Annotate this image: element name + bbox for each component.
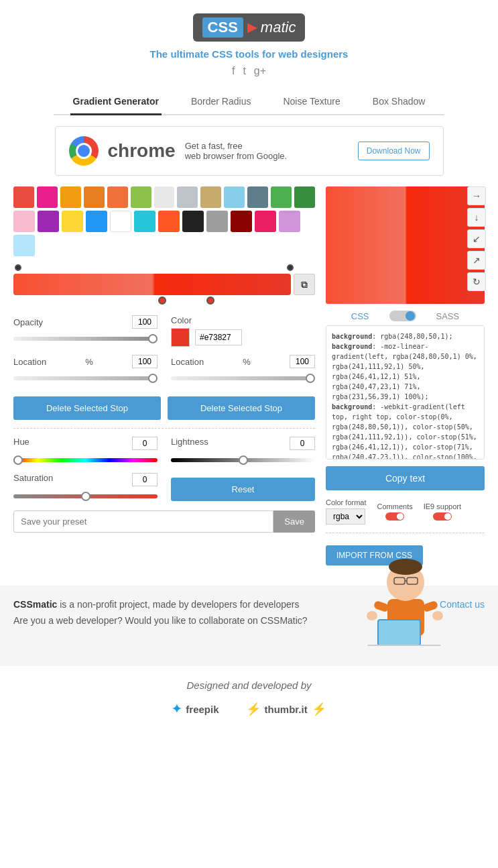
swatch[interactable] (279, 211, 300, 232)
swatch[interactable] (231, 211, 252, 232)
lightness-control: Lightness (171, 437, 315, 465)
direction-down-button[interactable]: ↓ (467, 208, 486, 227)
lightness-slider[interactable] (171, 458, 315, 462)
facebook-icon[interactable]: f (232, 65, 235, 77)
swatch[interactable] (13, 186, 34, 208)
direction-angle-button[interactable]: ↗ (467, 251, 486, 270)
logo-arrow-icon: ▶ (247, 20, 257, 35)
comments-toggle[interactable] (385, 512, 404, 521)
ad-description: Get a fast, free web browser from Google… (185, 141, 287, 161)
delete-stop-button-left[interactable]: Delete Selected Stop (13, 396, 161, 420)
direction-diagonal-button[interactable]: ↙ (467, 229, 486, 248)
opacity-value-input[interactable] (132, 315, 158, 329)
location-value-left[interactable] (132, 355, 158, 368)
location-slider-right[interactable] (171, 376, 315, 380)
swatch[interactable] (271, 186, 292, 208)
reset-button[interactable]: Reset (171, 478, 315, 501)
css-sass-toggle[interactable] (389, 311, 416, 321)
lightness-label: Lightness (171, 437, 315, 450)
tab-css[interactable]: CSS (351, 311, 369, 321)
stop-dot-right[interactable] (287, 264, 294, 271)
swatch[interactable] (38, 211, 59, 232)
swatch[interactable] (247, 186, 268, 208)
swatch[interactable] (154, 186, 175, 208)
contact-us-link[interactable]: Contact us (440, 599, 485, 610)
swatch[interactable] (13, 211, 35, 232)
swatch[interactable] (107, 186, 128, 208)
delete-stop-button-right[interactable]: Delete Selected Stop (168, 396, 315, 420)
swatch[interactable] (60, 186, 81, 208)
tab-gradient-generator[interactable]: Gradient Generator (70, 91, 162, 115)
tab-nav: Gradient Generator Border Radius Noise T… (0, 91, 498, 115)
saturation-label: Saturation (13, 473, 158, 486)
color-label: Color (171, 315, 315, 325)
color-preview-swatch[interactable] (171, 328, 190, 347)
copy-gradient-button[interactable]: ⧉ (294, 274, 315, 295)
color-swatches (13, 186, 315, 256)
swatch[interactable] (110, 211, 131, 232)
gradient-bar[interactable] (13, 274, 291, 295)
color-display (171, 328, 315, 347)
direction-right-button[interactable]: → (467, 186, 486, 205)
swatch[interactable] (62, 211, 83, 232)
swatch[interactable] (177, 186, 198, 208)
location-slider-left[interactable] (13, 376, 158, 380)
download-now-button[interactable]: Download Now (358, 142, 430, 160)
save-preset-button[interactable]: Save (273, 510, 315, 533)
left-panel: ⧉ Opacity Color (13, 186, 315, 565)
saturation-slider[interactable] (13, 494, 158, 498)
swatch[interactable] (158, 211, 180, 232)
gradient-stop-dots (13, 263, 315, 272)
gradient-handles (13, 296, 315, 307)
save-preset-input[interactable] (13, 510, 273, 533)
swatch-row-1 (13, 186, 315, 208)
ie9-toggle[interactable] (433, 512, 452, 521)
swatch[interactable] (134, 211, 155, 232)
stop-dot-left[interactable] (15, 264, 21, 271)
swatch[interactable] (84, 186, 105, 208)
swatch[interactable] (206, 211, 228, 232)
reset-container: Reset (171, 473, 315, 501)
tab-box-shadow[interactable]: Box Shadow (370, 91, 428, 115)
swatch[interactable] (13, 235, 35, 256)
saturation-value-input[interactable] (132, 473, 158, 486)
delete-buttons-row: Delete Selected Stop Delete Selected Sto… (13, 391, 315, 420)
copy-text-button[interactable]: Copy text (326, 466, 485, 490)
direction-rotate-button[interactable]: ↻ (467, 272, 486, 291)
lightness-value-input[interactable] (290, 437, 315, 450)
color-format-select[interactable]: rgba (326, 508, 365, 525)
gradient-handle-right[interactable] (206, 296, 214, 305)
location-row: Location % Location % (13, 355, 315, 383)
logo-matic: matic (261, 19, 296, 36)
freepik-icon: ✦ (172, 702, 182, 716)
hue-slider[interactable] (13, 458, 158, 462)
swatch[interactable] (131, 186, 151, 208)
tab-border-radius[interactable]: Border Radius (188, 91, 254, 115)
opacity-slider[interactable] (13, 337, 158, 341)
header: CSS ▶ matic The ultimate CSS tools for w… (0, 0, 498, 91)
twitter-icon[interactable]: t (243, 65, 245, 77)
swatch[interactable] (37, 186, 58, 208)
thumbr-logo[interactable]: ⚡ thumbr.it ⚡ (246, 702, 326, 716)
css-prop-2: background (332, 343, 372, 350)
svg-point-8 (367, 611, 377, 620)
swatch[interactable] (224, 186, 245, 208)
location-value-right[interactable] (290, 355, 315, 368)
swatch[interactable] (255, 211, 276, 232)
swatch[interactable] (294, 186, 315, 208)
swatch[interactable] (200, 186, 221, 208)
ad-banner: chrome Get a fast, free web browser from… (55, 126, 444, 176)
hue-value-input[interactable] (132, 437, 158, 450)
swatch[interactable] (182, 211, 204, 232)
googleplus-icon[interactable]: g+ (254, 65, 266, 77)
swatch[interactable] (86, 211, 107, 232)
footer-brand: CSSmatic (13, 599, 57, 610)
freepik-logo[interactable]: ✦ freepik (172, 702, 219, 716)
tab-sass[interactable]: SASS (436, 311, 460, 321)
gradient-handle-left[interactable] (158, 296, 166, 305)
swatch-row-2 (13, 211, 315, 232)
opacity-color-row: Opacity Color (13, 315, 315, 347)
color-hex-input[interactable] (195, 329, 242, 345)
tab-noise-texture[interactable]: Noise Texture (280, 91, 343, 115)
save-preset-row: Save (13, 510, 315, 533)
